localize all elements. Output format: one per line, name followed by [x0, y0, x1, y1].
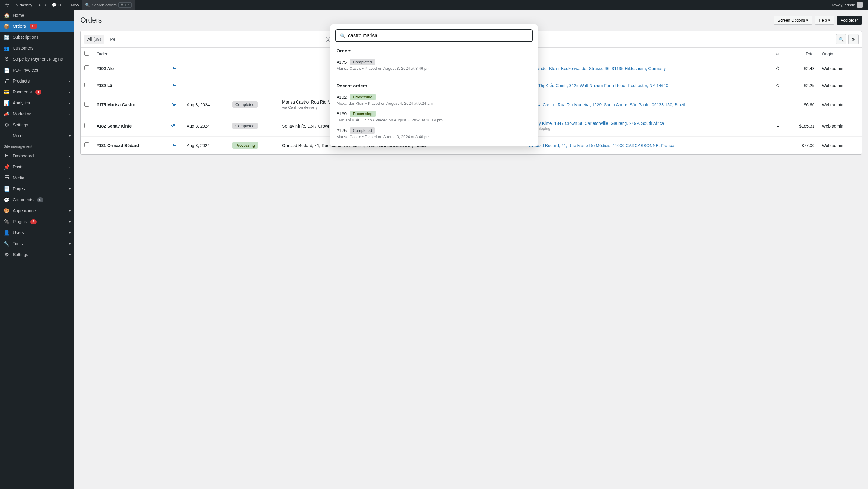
result-subtitle: Lâm Thị Kiều Chinh • Placed on August 3,… [337, 118, 531, 122]
status-badge: Completed [350, 127, 375, 134]
search-result[interactable]: #175 Completed Marisa Castro • Placed on… [335, 56, 533, 73]
search-modal: 🔍 Orders #175 Completed Marisa Castro • … [331, 24, 537, 146]
status-badge: Processing [350, 110, 375, 117]
search-input-wrap: 🔍 [335, 29, 533, 42]
result-id: #175 [337, 59, 347, 65]
result-subtitle: Marisa Castro • Placed on August 3, 2024… [337, 135, 531, 139]
status-badge: Completed [350, 59, 375, 65]
search-result[interactable]: #192 Processing Alexander Klein • Placed… [335, 91, 533, 108]
recent-heading: Recent orders [335, 83, 533, 88]
result-subtitle: Marisa Castro • Placed on August 3, 2024… [337, 66, 531, 71]
search-result[interactable]: #175 Completed Marisa Castro • Placed on… [335, 125, 533, 141]
status-badge: Processing [350, 94, 375, 100]
result-id: #189 [337, 111, 347, 116]
result-subtitle: Alexander Klein • Placed on August 4, 20… [337, 101, 531, 106]
divider [335, 77, 533, 77]
results-heading: Orders [335, 48, 533, 53]
search-icon: 🔍 [340, 33, 345, 38]
search-result[interactable]: #189 Processing Lâm Thị Kiều Chinh • Pla… [335, 108, 533, 125]
search-input[interactable] [348, 33, 528, 38]
result-id: #192 [337, 94, 347, 100]
result-id: #175 [337, 128, 347, 133]
